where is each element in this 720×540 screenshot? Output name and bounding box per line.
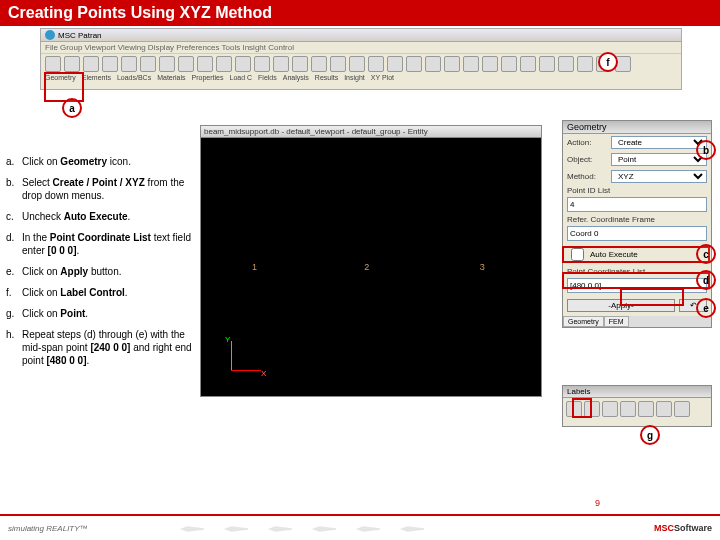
toolbar-icon[interactable] bbox=[216, 56, 232, 72]
method-select[interactable]: XYZ bbox=[611, 170, 707, 183]
toolbar-icon[interactable] bbox=[349, 56, 365, 72]
patran-logo-icon bbox=[45, 30, 55, 40]
labels-panel-title: Labels bbox=[563, 386, 711, 398]
instructions-list: a.Click on Geometry icon.b.Select Create… bbox=[6, 155, 196, 375]
toolbar-icon[interactable] bbox=[463, 56, 479, 72]
results-tool-label[interactable]: Results bbox=[315, 74, 338, 81]
instruction-row: g.Click on Point. bbox=[6, 307, 196, 320]
label-icon[interactable] bbox=[638, 401, 654, 417]
toolbar-icon[interactable] bbox=[501, 56, 517, 72]
label-icon[interactable] bbox=[656, 401, 672, 417]
callout-g-rect bbox=[572, 398, 592, 418]
viewport-window: beam_midsupport.db - default_viewport - … bbox=[200, 125, 542, 397]
instruction-row: f.Click on Label Control. bbox=[6, 286, 196, 299]
toolbar-icon[interactable] bbox=[444, 56, 460, 72]
toolbar-icon[interactable] bbox=[121, 56, 137, 72]
y-axis-icon bbox=[231, 341, 232, 371]
x-axis-label: X bbox=[261, 369, 266, 378]
toolbar-icon[interactable] bbox=[539, 56, 555, 72]
rcf-input[interactable] bbox=[567, 226, 707, 241]
toolbar-icon[interactable] bbox=[330, 56, 346, 72]
instruction-row: b.Select Create / Point / XYZ from the d… bbox=[6, 176, 196, 202]
instruction-label: d. bbox=[6, 231, 22, 257]
materials-tool-label[interactable]: Materials bbox=[157, 74, 185, 81]
toolbar-icon[interactable] bbox=[311, 56, 327, 72]
toolbar-icon[interactable] bbox=[178, 56, 194, 72]
instruction-row: d.In the Point Coordinate List text fiel… bbox=[6, 231, 196, 257]
toolbar-icon[interactable] bbox=[197, 56, 213, 72]
callout-f: f bbox=[598, 52, 618, 72]
toolbar-icon[interactable] bbox=[520, 56, 536, 72]
toolbar-icon[interactable] bbox=[254, 56, 270, 72]
instruction-label: c. bbox=[6, 210, 22, 223]
toolbar-icon[interactable] bbox=[292, 56, 308, 72]
callout-d-rect bbox=[562, 272, 710, 289]
toolbar-icon[interactable] bbox=[406, 56, 422, 72]
instruction-row: e.Click on Apply button. bbox=[6, 265, 196, 278]
toolbar-icon[interactable] bbox=[102, 56, 118, 72]
toolbar-icon[interactable] bbox=[64, 56, 80, 72]
toolbar-icon[interactable] bbox=[159, 56, 175, 72]
xyplot-tool-label[interactable]: XY Plot bbox=[371, 74, 394, 81]
slide-title: Creating Points Using XYZ Method bbox=[0, 0, 720, 26]
instruction-text: Click on Point. bbox=[22, 307, 88, 320]
properties-tool-label[interactable]: Properties bbox=[192, 74, 224, 81]
toolbar-icon[interactable] bbox=[558, 56, 574, 72]
object-select[interactable]: Point bbox=[611, 153, 707, 166]
toolbar-labels: Geometry Elements Loads/BCs Materials Pr… bbox=[41, 74, 681, 81]
toolbar-icon[interactable] bbox=[140, 56, 156, 72]
analysis-tool-label[interactable]: Analysis bbox=[283, 74, 309, 81]
callout-a-rect bbox=[44, 72, 84, 102]
instruction-text: Repeat steps (d) through (e) with the mi… bbox=[22, 328, 196, 367]
toolbar-icon[interactable] bbox=[273, 56, 289, 72]
instruction-label: f. bbox=[6, 286, 22, 299]
toolbar-icon[interactable] bbox=[368, 56, 384, 72]
point-2: 2 bbox=[364, 262, 369, 272]
app-title: MSC Patran bbox=[58, 31, 102, 40]
action-select[interactable]: Create bbox=[611, 136, 707, 149]
instruction-label: a. bbox=[6, 155, 22, 168]
instruction-label: g. bbox=[6, 307, 22, 320]
toolbar-icon[interactable] bbox=[425, 56, 441, 72]
tab-geometry[interactable]: Geometry bbox=[563, 316, 604, 327]
footer-logo: MSCSoftware bbox=[654, 523, 712, 533]
instruction-label: h. bbox=[6, 328, 22, 367]
rcf-label: Refer. Coordinate Frame bbox=[563, 214, 711, 224]
point-1: 1 bbox=[252, 262, 257, 272]
callout-e: e bbox=[696, 298, 716, 318]
toolbar-icon[interactable] bbox=[235, 56, 251, 72]
footer-left: simulating REALITY™ bbox=[8, 524, 88, 533]
toolbar-icon[interactable] bbox=[83, 56, 99, 72]
object-label: Object: bbox=[567, 155, 607, 164]
point-3: 3 bbox=[480, 262, 485, 272]
fields-tool-label[interactable]: Fields bbox=[258, 74, 277, 81]
callout-c: c bbox=[696, 244, 716, 264]
point-id-label: Point ID List bbox=[563, 185, 711, 195]
footer: simulating REALITY™ MSCSoftware bbox=[0, 516, 720, 540]
elements-tool-label[interactable]: Elements bbox=[82, 74, 111, 81]
instruction-text: In the Point Coordinate List text field … bbox=[22, 231, 196, 257]
toolbar-icon[interactable] bbox=[387, 56, 403, 72]
app-title-bar: MSC Patran bbox=[41, 29, 681, 42]
toolbar-icon[interactable] bbox=[45, 56, 61, 72]
instruction-label: e. bbox=[6, 265, 22, 278]
y-axis-label: Y bbox=[225, 335, 230, 344]
instruction-row: a.Click on Geometry icon. bbox=[6, 155, 196, 168]
callout-e-rect bbox=[620, 288, 684, 306]
app-toolbar: MSC Patran File Group Viewport Viewing D… bbox=[40, 28, 682, 90]
label-icon[interactable] bbox=[674, 401, 690, 417]
menu-bar[interactable]: File Group Viewport Viewing Display Pref… bbox=[41, 42, 681, 54]
loads-tool-label[interactable]: Loads/BCs bbox=[117, 74, 151, 81]
toolbar-icon[interactable] bbox=[577, 56, 593, 72]
tab-fem[interactable]: FEM bbox=[604, 316, 629, 327]
callout-a: a bbox=[62, 98, 82, 118]
loadc-tool-label[interactable]: Load C bbox=[229, 74, 252, 81]
callout-b: b bbox=[696, 140, 716, 160]
insight-tool-label[interactable]: Insight bbox=[344, 74, 365, 81]
toolbar-icon[interactable] bbox=[482, 56, 498, 72]
viewport-canvas[interactable]: 1 2 3 Y X bbox=[201, 138, 541, 396]
instruction-text: Click on Label Control. bbox=[22, 286, 128, 299]
label-icon[interactable] bbox=[602, 401, 618, 417]
point-id-input[interactable] bbox=[567, 197, 707, 212]
label-icon[interactable] bbox=[620, 401, 636, 417]
